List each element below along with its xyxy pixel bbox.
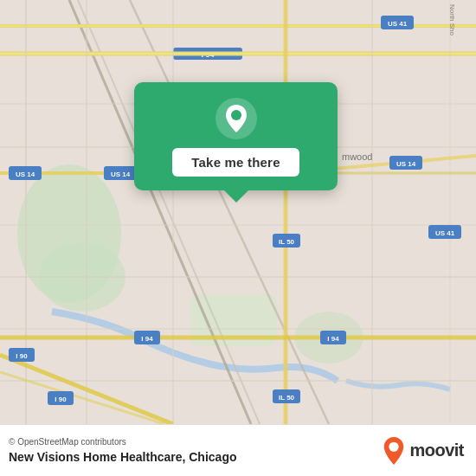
moovit-pin-icon [382,437,406,465]
svg-text:I 94: I 94 [327,335,339,343]
svg-text:US 41: US 41 [435,229,455,237]
svg-text:I 94: I 94 [141,335,153,343]
moovit-label: moovit [409,441,464,460]
svg-text:US 41: US 41 [388,20,408,28]
svg-text:I 90: I 90 [16,352,28,360]
svg-text:US 14: US 14 [111,170,131,178]
popup-card: Take me there [134,82,338,190]
bottom-bar: © OpenStreetMap contributors New Visions… [0,424,476,476]
bottom-left-info: © OpenStreetMap contributors New Visions… [9,437,237,464]
svg-text:US 14: US 14 [16,170,35,178]
svg-text:I 90: I 90 [55,396,67,403]
map-container: I 94 [0,0,476,424]
location-pin-icon [215,98,257,139]
svg-text:mwood: mwood [342,151,372,162]
svg-text:US 14: US 14 [396,160,416,168]
svg-point-59 [389,441,399,451]
take-me-there-button[interactable]: Take me there [172,148,299,177]
location-name: New Visions Home Healthcare, Chicago [9,450,237,464]
svg-text:IL 50: IL 50 [279,394,295,402]
svg-text:North Sho: North Sho [448,4,456,36]
osm-credit: © OpenStreetMap contributors [9,437,237,447]
svg-point-58 [231,110,241,120]
moovit-logo: moovit [382,437,464,465]
svg-text:IL 50: IL 50 [279,238,295,246]
